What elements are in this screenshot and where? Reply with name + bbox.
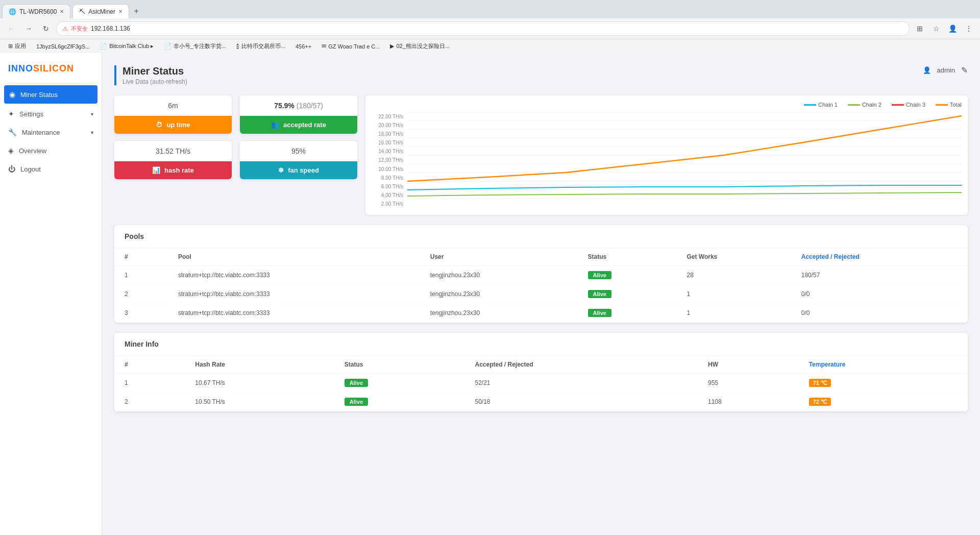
total-color — [936, 104, 948, 106]
address-box[interactable]: ⚠ 不安全 192.168.1.136 — [56, 21, 910, 36]
clock-icon: ⏱ — [156, 121, 162, 129]
miner-row-hw: 955 — [698, 374, 799, 393]
browser-chrome: 🌐 TL-WDR5600 ✕ ⛏ AsicMiner ✕ + ← → ↻ ⚠ 不… — [0, 0, 980, 53]
address-bar-row: ← → ↻ ⚠ 不安全 192.168.1.136 ⊞ ☆ 👤 ⋮ — [0, 18, 980, 39]
pool-row-status: Alive — [578, 304, 677, 323]
chain3-label: Chain 3 — [906, 102, 925, 108]
miner-row-hashrate: 10.67 TH/s — [185, 374, 334, 393]
new-tab-button[interactable]: + — [129, 4, 143, 18]
bookmark-page-icon-3: 📄 — [164, 43, 172, 50]
hash-rate-chart: Chain 1 Chain 2 Chain 3 Total — [365, 95, 968, 215]
accepted-rate-value: 75.9% (180/57) — [240, 95, 357, 116]
pools-col-getworks: Get Works — [677, 248, 791, 266]
y-axis: 22.00 TH/s 20.00 TH/s 18.00 TH/s 16.00 T… — [372, 112, 407, 209]
tab-tl-wdr5600[interactable]: 🌐 TL-WDR5600 ✕ — [2, 4, 70, 18]
table-row: 1 stratum+tcp://btc.viabtc.com:3333 teng… — [114, 266, 968, 285]
pool-row-accepted: 0/0 — [791, 285, 968, 304]
fan-speed-btn-label: fan speed — [288, 166, 319, 174]
header-actions: 👤 admin ✎ — [923, 65, 968, 75]
maintenance-icon: 🔧 — [8, 128, 17, 136]
chain3-color — [892, 104, 904, 106]
bookmark-6[interactable]: ✉ GZ Woao Trad e C... — [317, 42, 384, 51]
chain2-label: Chain 2 — [862, 102, 881, 108]
bookmark-mail-icon: ✉ — [322, 43, 326, 50]
bookmark-5[interactable]: 456++ — [291, 42, 315, 51]
hash-rate-card: 31.52 TH/s 📊 hash rate — [114, 141, 232, 179]
uptime-card: 6m ⏱ up time — [114, 95, 232, 134]
chain2-color — [848, 104, 860, 106]
bookmark-apps-label: 应用 — [15, 42, 26, 50]
sidebar-label-miner-status: Miner Status — [20, 91, 58, 99]
bookmark-2[interactable]: 📄 BitcoinTalk Club ▸ — [96, 42, 158, 51]
back-button[interactable]: ← — [4, 21, 18, 36]
users-icon: 👥 — [271, 121, 279, 129]
forward-button[interactable]: → — [21, 21, 36, 36]
hash-rate-number: 31.52 TH/s — [156, 147, 190, 155]
bookmark-1[interactable]: 1JbyzSL6gcZfF3gS... — [32, 42, 94, 51]
sidebar-item-miner-status[interactable]: ◉ Miner Status — [4, 85, 97, 104]
logout-icon: ⏻ — [8, 165, 15, 173]
status-badge: Alive — [588, 271, 611, 279]
miner-col-temp: Temperature — [799, 356, 968, 374]
tab-asicminer[interactable]: ⛏ AsicMiner ✕ — [72, 4, 129, 18]
chart-icon: 📊 — [152, 166, 160, 174]
y-label-5: 12.00 TH/s — [372, 157, 403, 163]
uptime-button[interactable]: ⏱ up time — [114, 116, 232, 134]
pool-row-user: tengjinzhou.23x30 — [420, 266, 578, 285]
overview-icon: ◈ — [8, 147, 14, 155]
sidebar-item-overview[interactable]: ◈ Overview — [0, 141, 102, 160]
bookmark-icon[interactable]: ☆ — [929, 21, 943, 36]
bookmark-3-label: 非小号_专注数字货... — [174, 42, 226, 50]
miner-row-status: Alive — [334, 374, 465, 393]
tab-close-2[interactable]: ✕ — [118, 9, 122, 14]
sidebar-item-logout[interactable]: ⏻ Logout — [0, 160, 102, 178]
admin-label: admin — [937, 66, 955, 74]
legend-total: Total — [936, 102, 962, 108]
legend-chain2: Chain 2 — [848, 102, 881, 108]
pools-col-user: User — [420, 248, 578, 266]
table-row: 1 10.67 TH/s Alive 52/21 955 71 ℃ — [114, 374, 968, 393]
pool-row-num: 1 — [114, 266, 168, 285]
sidebar-item-maintenance[interactable]: 🔧 Maintenance ▾ — [0, 123, 102, 141]
menu-icon[interactable]: ⋮ — [962, 21, 976, 36]
accepted-rate-btn-label: accepted rate — [283, 121, 326, 129]
temp-badge: 71 ℃ — [809, 379, 831, 387]
bookmark-4[interactable]: ₿ 比特币交易所币... — [232, 41, 289, 51]
tab-favicon-1: 🌐 — [9, 8, 16, 15]
profile-icon[interactable]: 👤 — [945, 21, 960, 36]
table-row: 2 10.50 TH/s Alive 50/18 1108 72 ℃ — [114, 393, 968, 411]
y-label-8: 6.00 TH/s — [372, 184, 403, 189]
bookmark-5-label: 456++ — [296, 43, 311, 50]
maintenance-arrow-icon: ▾ — [91, 130, 93, 135]
bookmark-3[interactable]: 📄 非小号_专注数字货... — [160, 41, 230, 51]
chart-svg — [407, 112, 962, 209]
miner-info-table: # Hash Rate Status Accepted / Rejected H… — [114, 356, 968, 411]
bookmark-7[interactable]: ▶ 02_熊出没之探险日... — [386, 41, 454, 51]
sidebar: INNOSILICON ◉ Miner Status ✦ Settings ▾ … — [0, 53, 102, 535]
edit-icon[interactable]: ✎ — [961, 65, 968, 75]
miner-info-section-header: Miner Info — [114, 333, 968, 356]
fan-speed-button[interactable]: ❄ fan speed — [240, 161, 357, 179]
pools-table-header: # Pool User Status Get Works Accepted / … — [114, 248, 968, 266]
sidebar-item-settings[interactable]: ✦ Settings ▾ — [0, 105, 102, 123]
fan-speed-card: 95% ❄ fan speed — [240, 141, 357, 179]
bookmark-apps[interactable]: ⊞ 应用 — [4, 41, 30, 51]
extensions-icon[interactable]: ⊞ — [913, 21, 927, 36]
page-header: Miner Status Live Data (auto-refresh) 👤 … — [114, 65, 968, 85]
tab-close-1[interactable]: ✕ — [60, 9, 64, 14]
pool-row-num: 3 — [114, 304, 168, 323]
miner-row-accepted: 50/18 — [465, 393, 698, 411]
pool-row-user: tengjinzhou.23x30 — [420, 304, 578, 323]
accepted-rate-button[interactable]: 👥 accepted rate — [240, 116, 357, 134]
pool-row-getworks: 28 — [677, 266, 791, 285]
hash-rate-button[interactable]: 📊 hash rate — [114, 161, 232, 179]
logo-text: INNOSILICON — [8, 63, 93, 74]
pools-col-num: # — [114, 248, 168, 266]
chain1-color — [804, 104, 816, 106]
pool-row-url: stratum+tcp://btc.viabtc.com:3333 — [168, 285, 420, 304]
reload-button[interactable]: ↻ — [39, 21, 53, 36]
miner-row-temp: 71 ℃ — [799, 374, 968, 393]
miner-col-accepted: Accepted / Rejected — [465, 356, 698, 374]
accepted-rate-card: 75.9% (180/57) 👥 accepted rate — [240, 95, 357, 134]
status-badge: Alive — [345, 398, 368, 406]
